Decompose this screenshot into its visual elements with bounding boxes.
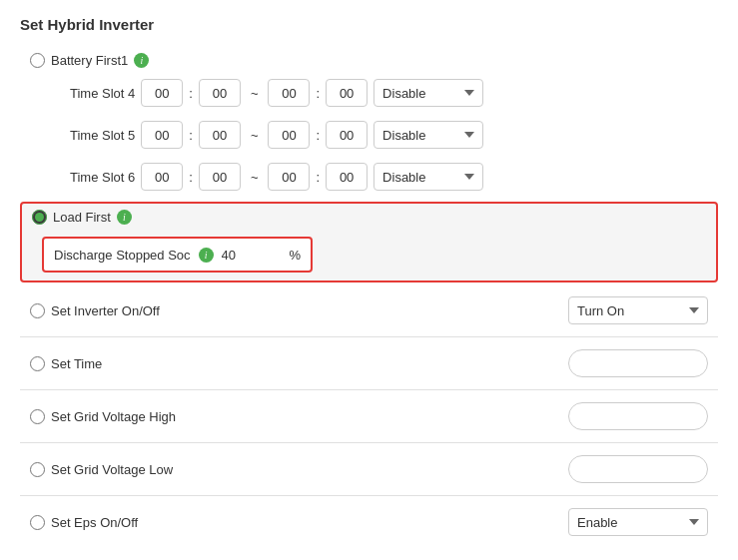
discharge-row: Discharge Stopped Soc i % <box>22 231 716 280</box>
eps-on-off-radio[interactable] <box>30 515 45 530</box>
time-slot-6-end-m[interactable] <box>326 163 368 191</box>
grid-voltage-low-label: Set Grid Voltage Low <box>51 462 552 477</box>
time-slot-4-end-m[interactable] <box>326 79 368 107</box>
battery-first-info-icon: i <box>134 53 149 68</box>
time-slot-6-end-h[interactable] <box>268 163 310 191</box>
divider-1 <box>20 336 718 337</box>
set-time-row: Set Time 2023-12-01 10:12 <box>20 339 718 387</box>
time-slot-6-start-m[interactable] <box>199 163 241 191</box>
set-time-radio[interactable] <box>30 356 45 371</box>
time-slot-5-label: Time Slot 5 <box>70 128 135 143</box>
time-slot-6-row: Time Slot 6 : ~ : Disable Enable <box>20 156 718 198</box>
grid-voltage-low-value: 338.6 <box>558 455 708 483</box>
grid-voltage-low-row: Set Grid Voltage Low 338.6 <box>20 445 718 493</box>
load-first-header: Load First i <box>22 204 716 231</box>
inverter-on-off-label: Set Inverter On/Off <box>51 303 552 318</box>
time-slot-6-label: Time Slot 6 <box>70 170 135 185</box>
load-first-section: Load First i Discharge Stopped Soc i % <box>20 202 718 282</box>
time-slot-4-mode[interactable]: Disable Enable <box>373 79 483 107</box>
grid-voltage-low-radio[interactable] <box>30 462 45 477</box>
discharge-info-icon: i <box>199 248 214 263</box>
time-slot-4-end-h[interactable] <box>268 79 310 107</box>
time-slot-4-start-m[interactable] <box>199 79 241 107</box>
eps-on-off-row: Set Eps On/Off Enable Disable <box>20 498 718 546</box>
grid-voltage-low-input[interactable]: 338.6 <box>568 455 708 483</box>
inverter-on-off-row: Set Inverter On/Off Turn On Turn Off <box>20 286 718 334</box>
grid-voltage-high-row: Set Grid Voltage High 458.1 <box>20 392 718 440</box>
discharge-input[interactable] <box>222 243 282 267</box>
set-time-input[interactable]: 2023-12-01 10:12 <box>568 349 708 377</box>
battery-first-section: Battery First1 i Time Slot 4 : ~ : Disab… <box>20 49 718 198</box>
battery-first-row: Battery First1 i <box>20 49 718 72</box>
set-time-label: Set Time <box>51 356 552 371</box>
time-slot-4-start-h[interactable] <box>141 79 183 107</box>
divider-2 <box>20 389 718 390</box>
load-first-info-icon: i <box>117 210 132 225</box>
inverter-on-off-radio[interactable] <box>30 303 45 318</box>
time-slot-6-start-h[interactable] <box>141 163 183 191</box>
time-slot-5-start-h[interactable] <box>141 121 183 149</box>
discharge-unit: % <box>290 248 302 263</box>
time-slot-5-start-m[interactable] <box>199 121 241 149</box>
time-slot-5-row: Time Slot 5 : ~ : Disable Enable <box>20 114 718 156</box>
grid-voltage-high-radio[interactable] <box>30 409 45 424</box>
eps-on-off-select[interactable]: Enable Disable <box>568 508 708 536</box>
time-slot-5-end-h[interactable] <box>268 121 310 149</box>
grid-voltage-high-value: 458.1 <box>558 402 708 430</box>
time-slot-4-row: Time Slot 4 : ~ : Disable Enable <box>20 72 718 114</box>
battery-first-label: Battery First1 <box>51 53 128 68</box>
discharge-box: Discharge Stopped Soc i % <box>42 237 313 273</box>
divider-4 <box>20 495 718 496</box>
page-title: Set Hybrid Inverter <box>20 16 718 33</box>
main-container: Set Hybrid Inverter Battery First1 i Tim… <box>0 0 738 560</box>
load-first-label: Load First <box>53 210 111 225</box>
set-time-value: 2023-12-01 10:12 <box>558 349 708 377</box>
divider-3 <box>20 442 718 443</box>
load-first-radio[interactable] <box>32 210 47 225</box>
time-slot-5-end-m[interactable] <box>326 121 368 149</box>
grid-voltage-high-label: Set Grid Voltage High <box>51 409 552 424</box>
time-slot-4-label: Time Slot 4 <box>70 86 135 101</box>
time-slot-5-mode[interactable]: Disable Enable <box>373 121 483 149</box>
eps-on-off-value: Enable Disable <box>558 508 708 536</box>
battery-first-radio[interactable] <box>30 53 45 68</box>
time-slot-6-mode[interactable]: Disable Enable <box>373 163 483 191</box>
inverter-on-off-value: Turn On Turn Off <box>558 296 708 324</box>
inverter-on-off-select[interactable]: Turn On Turn Off <box>568 296 708 324</box>
discharge-label: Discharge Stopped Soc <box>54 248 191 263</box>
eps-on-off-label: Set Eps On/Off <box>51 515 552 530</box>
grid-voltage-high-input[interactable]: 458.1 <box>568 402 708 430</box>
